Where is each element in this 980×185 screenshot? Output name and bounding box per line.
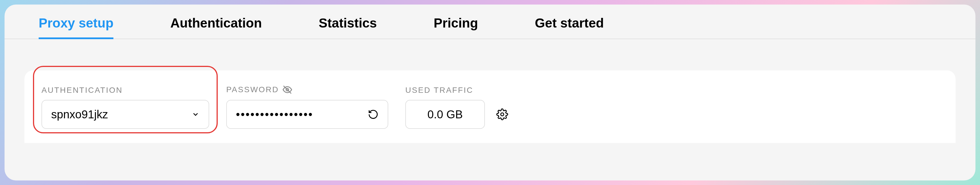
tab-pricing[interactable]: Pricing [434,10,478,39]
content-panel: AUTHENTICATION spnxo91jkz PASSWORD [24,70,956,143]
password-label-text: PASSWORD [226,85,279,94]
tab-get-started[interactable]: Get started [535,10,604,39]
authentication-value: spnxo91jkz [51,108,108,121]
used-traffic-display: 0.0 GB [405,100,485,129]
password-label: PASSWORD [226,85,388,95]
refresh-icon[interactable] [368,109,379,120]
password-value: •••••••••••••••• [236,108,313,121]
password-field-group: PASSWORD •••••••••••••••• [226,85,388,129]
tab-proxy-setup[interactable]: Proxy setup [39,10,113,39]
chevron-down-icon [192,111,199,118]
used-traffic-label: USED TRAFFIC [405,86,485,95]
authentication-field-group: AUTHENTICATION spnxo91jkz [41,86,209,129]
tab-statistics[interactable]: Statistics [318,10,377,39]
gear-icon[interactable] [496,108,508,120]
used-traffic-value: 0.0 GB [428,108,463,121]
authentication-label: AUTHENTICATION [41,86,209,95]
main-panel: Proxy setup Authentication Statistics Pr… [5,5,975,180]
svg-point-2 [501,113,504,116]
settings-wrapper [496,100,508,129]
tabs-bar: Proxy setup Authentication Statistics Pr… [5,5,975,39]
authentication-select[interactable]: spnxo91jkz [41,100,209,129]
tab-authentication[interactable]: Authentication [170,10,262,39]
used-traffic-field-group: USED TRAFFIC 0.0 GB [405,86,485,129]
password-input[interactable]: •••••••••••••••• [226,100,388,129]
eye-off-icon[interactable] [282,85,293,95]
